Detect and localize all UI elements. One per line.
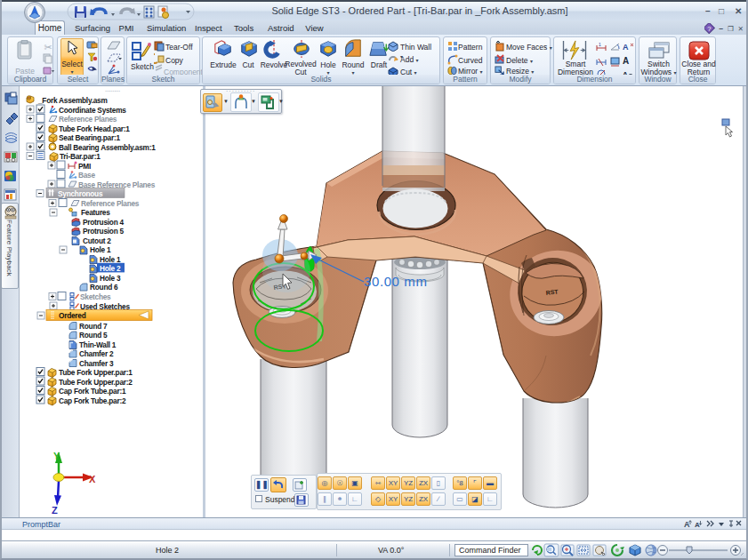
svg-text:Z: Z: [52, 505, 58, 516]
svg-text:X: X: [89, 474, 96, 484]
svg-text:A: A: [695, 521, 700, 529]
svg-text:Y: Y: [53, 451, 60, 461]
